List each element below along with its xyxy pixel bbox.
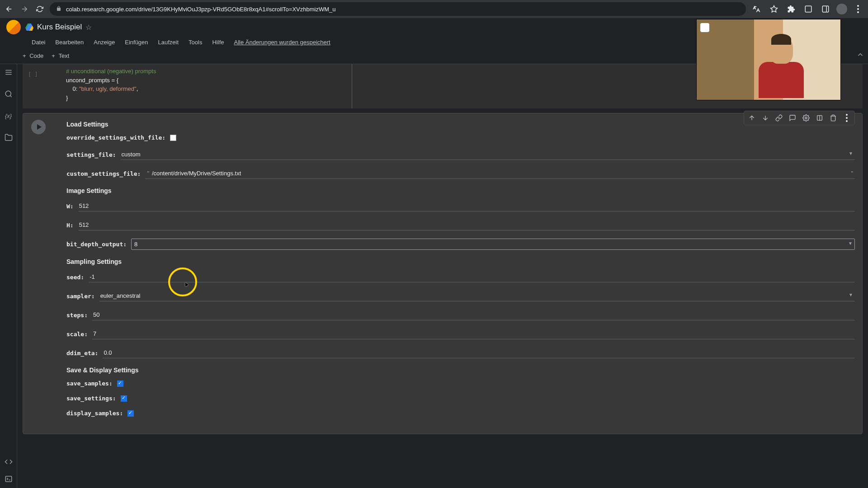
- menu-tools[interactable]: Tools: [189, 39, 202, 46]
- chevron-down-icon: ▼: [849, 292, 853, 297]
- svg-point-6: [5, 91, 11, 96]
- svg-line-7: [10, 95, 11, 97]
- translate-icon[interactable]: [750, 3, 763, 15]
- browser-chrome: colab.research.google.com/drive/13G9KHyM…: [0, 0, 868, 18]
- steps-input[interactable]: [92, 310, 855, 320]
- move-up-icon[interactable]: [748, 114, 756, 122]
- bookmark-icon[interactable]: [768, 3, 780, 15]
- menu-laufzeit[interactable]: Laufzeit: [158, 39, 179, 46]
- custom-file-label: custom_settings_file:: [66, 170, 141, 177]
- bit-depth-label: bit_depth_output:: [66, 241, 127, 248]
- settings-file-select[interactable]: custom ▼: [121, 149, 855, 160]
- terminal-icon[interactable]: [4, 474, 13, 483]
- save-samples-label: save_samples:: [66, 380, 113, 387]
- more-icon[interactable]: [843, 114, 851, 122]
- w-input[interactable]: [78, 201, 855, 211]
- mirror-icon[interactable]: [816, 114, 824, 122]
- cell-gutter: [ ]: [28, 71, 38, 78]
- svg-rect-0: [805, 6, 811, 12]
- override-label: override_settings_with_file:: [66, 134, 165, 141]
- custom-file-input[interactable]: " ": [145, 168, 855, 179]
- sampler-label: sampler:: [66, 293, 95, 300]
- override-checkbox[interactable]: [170, 135, 176, 141]
- webcam-person: [754, 37, 808, 100]
- scale-label: scale:: [66, 331, 88, 338]
- h-input[interactable]: [78, 220, 855, 230]
- url-text: colab.research.google.com/drive/13G9KHyM…: [66, 6, 335, 13]
- add-code-button[interactable]: + Code: [23, 52, 43, 59]
- delete-icon[interactable]: [829, 114, 837, 122]
- cursor-icon: [183, 280, 188, 287]
- save-samples-checkbox[interactable]: [117, 380, 123, 387]
- steps-label: steps:: [66, 312, 88, 319]
- star-icon[interactable]: ☆: [85, 23, 92, 32]
- chevron-down-icon: ▼: [849, 151, 853, 156]
- code-comment: # unconditional (negative) prompts: [66, 68, 156, 75]
- chevron-down-icon: ▼: [848, 241, 853, 246]
- menu-bearbeiten[interactable]: Bearbeiten: [55, 39, 84, 46]
- url-bar[interactable]: colab.research.google.com/drive/13G9KHyM…: [50, 2, 746, 16]
- w-label: W:: [66, 203, 74, 210]
- menu-anzeige[interactable]: Anzeige: [94, 39, 115, 46]
- reload-button[interactable]: [34, 4, 45, 14]
- webcam-overlay: [696, 19, 841, 100]
- cell-tools: [744, 111, 855, 125]
- back-button[interactable]: [4, 4, 14, 14]
- menu-datei[interactable]: Datei: [32, 39, 45, 46]
- bit-depth-select[interactable]: 8 ▼: [131, 239, 855, 250]
- svg-rect-1: [822, 6, 829, 12]
- save-display-title: Save & Display Settings: [66, 366, 855, 374]
- sampling-title: Sampling Settings: [66, 258, 855, 265]
- scale-input[interactable]: [92, 328, 855, 339]
- main-content: [ ] # unconditional (negative) prompts u…: [17, 64, 868, 488]
- h-label: H:: [66, 222, 74, 229]
- ddim-input[interactable]: [103, 347, 855, 358]
- settings-file-label: settings_file:: [66, 151, 116, 158]
- save-settings-label: save_settings:: [66, 395, 116, 402]
- cell-splitter[interactable]: [352, 64, 352, 108]
- profile-avatar[interactable]: [836, 4, 847, 14]
- load-settings-title: Load Settings: [66, 121, 855, 128]
- webcam-corner-icon: [700, 23, 709, 32]
- menu-einfuegen[interactable]: Einfügen: [125, 39, 148, 46]
- extensions-icon[interactable]: [785, 3, 797, 15]
- save-settings-checkbox[interactable]: [121, 395, 127, 402]
- ddim-label: ddim_eta:: [66, 350, 98, 357]
- forward-button[interactable]: [19, 4, 30, 14]
- save-status[interactable]: Alle Änderungen wurden gespeichert: [234, 39, 330, 46]
- display-samples-checkbox[interactable]: [127, 410, 134, 417]
- toc-icon[interactable]: [4, 68, 13, 77]
- add-text-button[interactable]: + Text: [52, 52, 69, 59]
- collapse-header-icon[interactable]: [856, 51, 864, 61]
- drive-icon: [25, 23, 33, 31]
- comment-icon[interactable]: [788, 114, 797, 122]
- menu-kebab[interactable]: [852, 3, 864, 15]
- search-icon[interactable]: [4, 89, 13, 99]
- sampler-select[interactable]: euler_ancestral ▼: [99, 291, 855, 301]
- code-snippets-icon[interactable]: [4, 457, 13, 466]
- lock-icon: [56, 6, 61, 13]
- link-icon[interactable]: [775, 114, 783, 122]
- settings-icon[interactable]: [802, 114, 810, 122]
- left-sidebar: {x}: [0, 64, 17, 488]
- seed-input[interactable]: [89, 272, 855, 282]
- colab-logo-icon[interactable]: [6, 20, 21, 34]
- panel-icon[interactable]: [819, 3, 832, 15]
- run-cell-button[interactable]: [31, 120, 46, 134]
- form-cell: Load Settings override_settings_with_fil…: [23, 113, 863, 434]
- svg-rect-8: [5, 476, 12, 482]
- files-icon[interactable]: [4, 133, 13, 142]
- svg-point-9: [805, 117, 807, 119]
- move-down-icon[interactable]: [761, 114, 769, 122]
- document-title[interactable]: Kurs Beispiel: [37, 23, 82, 32]
- variables-icon[interactable]: {x}: [4, 111, 13, 120]
- display-samples-label: display_samples:: [66, 410, 123, 417]
- menu-hilfe[interactable]: Hilfe: [212, 39, 224, 46]
- seed-label: seed:: [66, 274, 84, 281]
- layers-icon[interactable]: [802, 3, 815, 15]
- image-settings-title: Image Settings: [66, 187, 855, 194]
